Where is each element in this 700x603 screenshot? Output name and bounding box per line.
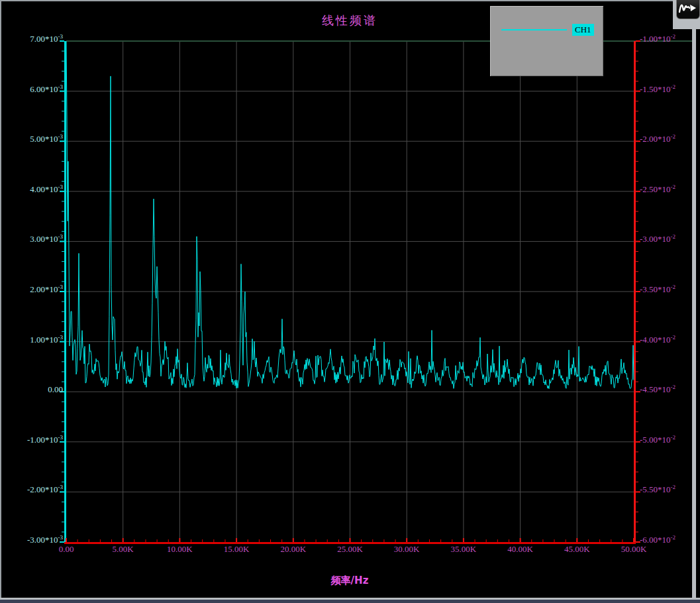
taskbar-edge <box>0 600 700 603</box>
right-axis-tick-label: -2.50*10-2 <box>640 185 675 195</box>
right-axis-tick-label: -3.50*10-2 <box>640 285 675 295</box>
waveform-glyph <box>677 1 699 18</box>
right-axis-tick-label: -1.00*10-2 <box>640 34 675 44</box>
right-axis-tick-label: -4.00*10-2 <box>640 335 675 345</box>
window-left-border <box>0 0 1 598</box>
page-title: 线性频谱 <box>322 13 377 28</box>
x-axis-tick-label: 25.00K <box>337 545 363 554</box>
x-axis-tick-label: 40.00K <box>507 545 533 554</box>
x-axis-tick-label: 20.00K <box>280 545 306 554</box>
legend-line-sample <box>501 29 567 30</box>
left-axis-tick-label: 2.00*10-3 <box>30 285 63 295</box>
legend[interactable]: CH1 <box>490 6 603 76</box>
right-axis-tick-label: -5.00*10-2 <box>640 435 675 445</box>
window-right-border[interactable] <box>692 0 696 598</box>
right-axis-tick-label: -4.50*10-2 <box>640 385 675 395</box>
spectrum-plot <box>0 0 700 603</box>
waveform-icon[interactable] <box>676 0 700 19</box>
right-axis-tick-label: -5.50*10-2 <box>640 485 675 495</box>
left-axis-tick-label: 5.00*10-3 <box>30 135 63 144</box>
x-axis-tick-label: 30.00K <box>394 545 420 554</box>
x-axis-tick-label: 35.00K <box>451 545 477 554</box>
x-axis-title: 频率/Hz <box>331 575 369 587</box>
left-axis-tick-label: 3.00*10-3 <box>30 235 63 245</box>
right-axis-tick-label: -1.50*10-2 <box>640 85 675 95</box>
left-axis-tick-label: -1.00*10-3 <box>27 435 63 445</box>
window-top-border <box>0 0 700 1</box>
right-axis-tick-label: -2.00*10-2 <box>640 135 675 144</box>
x-axis-tick-label: 45.00K <box>564 545 590 554</box>
x-axis-tick-label: 5.00K <box>113 545 134 554</box>
x-axis-tick-label: 10.00K <box>167 545 193 554</box>
left-axis-tick-label: 1.00*10-3 <box>30 335 63 345</box>
right-axis-tick-label: -3.00*10-2 <box>640 235 675 245</box>
left-axis-tick-label: 0.00 <box>48 385 63 394</box>
left-axis-tick-label: 6.00*10-3 <box>30 85 63 95</box>
x-axis-tick-label: 15.00K <box>224 545 250 554</box>
x-axis-tick-label: 0.00 <box>59 545 74 554</box>
left-axis-tick-label: -2.00*10-3 <box>27 485 63 495</box>
left-axis-tick-label: 7.00*10-3 <box>30 34 63 44</box>
x-axis-tick-label: 50.00K <box>621 545 647 554</box>
left-axis-tick-label: 4.00*10-3 <box>30 185 63 195</box>
desktop-corner-patch <box>673 0 700 29</box>
left-axis-tick-label: -3.00*10-3 <box>27 535 63 545</box>
legend-series-label[interactable]: CH1 <box>572 24 594 36</box>
app-window: 线性频谱 频率/Hz 7.00*10-36.00*10-35.00*10-34.… <box>0 0 700 603</box>
